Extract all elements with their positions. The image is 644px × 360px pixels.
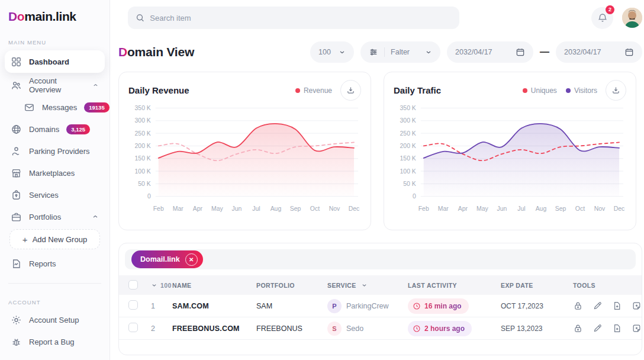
sidebar-item-account-setup[interactable]: Account Setup — [5, 310, 105, 329]
svg-text:Sep: Sep — [555, 205, 566, 212]
svg-text:Aug: Aug — [271, 205, 282, 212]
service-badge: S — [327, 322, 342, 336]
sidebar-item-portfolios[interactable]: Portfolios — [5, 207, 105, 226]
date-range-dash: — — [540, 47, 549, 57]
title-row: Domain View 100 Falter 2032/04/17 — 2032… — [118, 41, 642, 63]
search-bar[interactable] — [128, 7, 459, 29]
row-number: 2 — [151, 324, 172, 333]
service-header-label: SERVICE — [327, 282, 356, 289]
domail-link-chip[interactable]: Domail.link ✕ — [131, 250, 203, 268]
page-title: Domain View — [118, 45, 194, 59]
col-name-header[interactable]: NAME — [172, 282, 256, 289]
svg-text:Mar: Mar — [438, 205, 449, 212]
sidebar-item-account-overview[interactable]: Account Overview — [5, 76, 105, 95]
search-input[interactable] — [150, 14, 452, 22]
account-menu: Account Setup Report a Bug — [0, 310, 110, 354]
file-add-icon[interactable] — [612, 323, 622, 333]
calendar-icon — [516, 47, 525, 57]
row-checkbox[interactable] — [128, 300, 138, 310]
lock-icon[interactable] — [573, 301, 583, 311]
legend-label: Visitors — [574, 86, 597, 95]
envelope-icon — [24, 102, 35, 113]
sidebar-item-marketplaces[interactable]: Marketplaces — [5, 163, 105, 182]
trafic-line-chart: 350 K300 K250 K200 K150 K100 K50 K0FebMa… — [394, 103, 626, 219]
lock-icon[interactable] — [573, 323, 583, 333]
select-all-checkbox[interactable] — [128, 280, 138, 290]
download-chart-button[interactable] — [340, 80, 361, 101]
topbar-right: 2 — [591, 7, 642, 29]
clock-icon — [413, 324, 421, 333]
svg-text:Dec: Dec — [614, 205, 625, 212]
date-from-picker[interactable]: 2032/04/17 — [447, 41, 533, 63]
sidebar-item-messages[interactable]: Messages 19135 — [5, 98, 105, 117]
chevron-up-icon — [92, 82, 99, 89]
calendar-icon — [624, 47, 634, 57]
date-to-picker[interactable]: 2032/04/17 — [556, 41, 642, 63]
svg-text:Jun: Jun — [497, 205, 507, 212]
logo-accent: Do — [8, 9, 24, 23]
svg-text:350 K: 350 K — [400, 105, 416, 111]
chevron-down-icon — [361, 282, 368, 288]
legend-dot — [566, 88, 571, 93]
svg-text:50 K: 50 K — [138, 181, 151, 187]
main-menu-label: MAIN MENU — [8, 39, 110, 46]
svg-text:May: May — [476, 205, 488, 212]
col-exp-date-header[interactable]: EXP DATE — [501, 282, 573, 289]
exp-date: SEP 13,2023 — [501, 324, 573, 333]
search-icon — [136, 13, 144, 22]
user-avatar[interactable] — [622, 8, 642, 28]
sidebar-item-label: Portfolios — [29, 213, 61, 221]
page-size-select[interactable]: 100 — [310, 41, 354, 63]
sidebar-item-parking-providers[interactable]: Parking Providers — [5, 142, 105, 160]
chevron-up-icon — [92, 213, 99, 220]
svg-text:Nov: Nov — [329, 205, 340, 212]
svg-text:300 K: 300 K — [135, 117, 151, 124]
sidebar-item-reports[interactable]: Reports — [5, 254, 105, 273]
plus-icon: + — [22, 234, 28, 245]
col-last-activity-header[interactable]: LAST ACTIVITY — [408, 282, 501, 289]
date-to-value: 2032/04/17 — [564, 48, 601, 56]
portfolio-name: SAM — [256, 302, 327, 310]
download-chart-button[interactable] — [606, 80, 626, 101]
sidebar-item-label: Marketplaces — [29, 169, 75, 178]
add-new-group-label: Add New Group — [33, 235, 88, 244]
chart-legend: Revenue — [295, 86, 332, 95]
svg-text:Jun: Jun — [231, 205, 242, 212]
note-add-export-icon[interactable] — [632, 301, 642, 311]
storefront-icon — [11, 168, 22, 179]
sidebar-item-dashboard[interactable]: Dashboard — [5, 50, 105, 73]
file-add-icon[interactable] — [612, 301, 622, 311]
messages-count-badge: 19135 — [84, 102, 109, 112]
report-doc-icon — [11, 258, 22, 269]
note-add-export-icon[interactable] — [632, 323, 642, 333]
edit-pencil-icon[interactable] — [593, 323, 603, 333]
chart-title: Daily Revenue — [128, 85, 189, 95]
notifications-button[interactable]: 2 — [591, 7, 613, 29]
sidebar-item-domains[interactable]: Domains 3,125 — [5, 120, 105, 139]
col-portfolio-header[interactable]: PORTFOLIO — [256, 282, 327, 289]
sidebar-item-label: Messages — [42, 103, 77, 112]
sidebar-item-report-bug[interactable]: Report a Bug — [5, 332, 105, 351]
exp-date: OCT 17,2023 — [501, 302, 573, 310]
sidebar-item-label: Report a Bug — [29, 338, 75, 346]
add-new-group-button[interactable]: + Add New Group — [9, 229, 100, 249]
domain-name[interactable]: FREEBONUS.COM — [172, 324, 256, 333]
legend-item: Revenue — [295, 86, 332, 95]
col-service-header[interactable]: SERVICE — [327, 282, 408, 289]
sidebar-item-label: Domains — [29, 125, 59, 134]
charts-row: Daily Revenue Revenue 350 K300 K250 K200… — [118, 72, 642, 230]
sidebar-item-services[interactable]: Services — [5, 185, 105, 204]
page-title-rest: omain View — [127, 45, 194, 59]
row-checkbox[interactable] — [128, 323, 138, 332]
domain-name[interactable]: SAM.COM — [172, 302, 256, 310]
chevron-down-icon[interactable] — [151, 282, 157, 288]
chip-close-icon[interactable]: ✕ — [185, 253, 198, 266]
chart-header: Daily Revenue Revenue — [128, 80, 361, 101]
edit-pencil-icon[interactable] — [593, 301, 603, 311]
filter-dropdown[interactable]: Falter — [360, 41, 440, 63]
svg-text:Dec: Dec — [349, 205, 360, 212]
svg-text:May: May — [211, 205, 223, 212]
svg-text:Feb: Feb — [418, 205, 429, 212]
dashboard-icon — [11, 56, 22, 68]
svg-text:150 K: 150 K — [400, 155, 416, 162]
